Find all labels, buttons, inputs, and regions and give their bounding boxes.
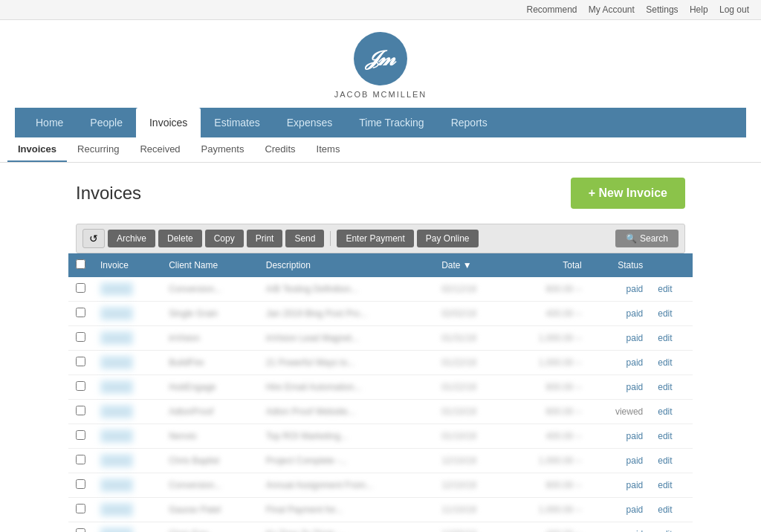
status-cell: paid [589,473,651,498]
client-name-cell: BuildFire [161,351,259,375]
subnav-invoices[interactable]: Invoices [7,137,67,162]
row-checkbox[interactable] [76,455,85,464]
status-cell: viewed [589,400,651,424]
edit-cell: edit [650,498,693,522]
invoice-number-link[interactable]: -------- [100,282,133,296]
subnav-payments[interactable]: Payments [191,137,255,162]
table-body: -------- Conversion... A/B Testing Defin… [68,277,693,532]
col-date[interactable]: Date ▼ [434,253,505,277]
status-badge: paid [626,505,644,515]
edit-link[interactable]: edit [658,308,672,319]
row-checkbox[interactable] [76,406,85,415]
my-account-link[interactable]: My Account [589,4,635,15]
status-cell: paid [589,277,651,302]
row-checkbox[interactable] [76,528,85,532]
row-checkbox[interactable] [76,283,85,293]
invoice-number-link[interactable]: -------- [100,405,133,418]
total-cell: 800.00 -- [505,473,589,498]
client-name-cell: Chris Baptist [161,449,259,473]
subnav-received[interactable]: Received [129,137,190,162]
delete-button[interactable]: Delete [158,230,202,247]
client-name-cell: AdtonProof [161,400,259,424]
subnav-recurring[interactable]: Recurring [67,137,129,162]
edit-link[interactable]: edit [658,431,672,441]
status-cell: paid [589,326,651,351]
table-row: -------- Gaurav Patel Final Payment for.… [68,498,693,522]
invoice-number-cell: -------- [93,449,161,473]
edit-link[interactable]: edit [658,406,672,417]
edit-link[interactable]: edit [658,505,672,515]
client-name-cell: Chris Egg [161,522,259,533]
row-checkbox[interactable] [76,504,85,513]
total-cell: 400.00 -- [505,522,589,533]
logout-link[interactable]: Log out [719,4,749,15]
edit-cell: edit [650,449,693,473]
company-name: JACOB MCMILLEN [334,90,427,99]
archive-button[interactable]: Archive [108,230,155,247]
edit-cell: edit [650,473,693,498]
invoice-number-link[interactable]: -------- [100,356,133,369]
edit-link[interactable]: edit [658,357,672,368]
print-button[interactable]: Print [247,230,283,247]
recommend-link[interactable]: Recommend [526,4,577,15]
enter-payment-button[interactable]: Enter Payment [337,230,413,247]
client-name-cell: Nenvio [161,424,259,449]
logo-area: 𝒥𝓂 JACOB MCMILLEN [15,32,746,99]
table-header: Invoice Client Name Description Date ▼ T… [68,253,693,277]
status-badge: paid [626,480,644,490]
row-checkbox[interactable] [76,308,85,317]
invoice-number-link[interactable]: -------- [100,331,133,345]
nav-estimates[interactable]: Estimates [201,108,273,137]
invoice-number-link[interactable]: -------- [100,380,133,394]
nav-reports[interactable]: Reports [438,108,501,137]
date-cell: 01/31/18 [434,326,505,351]
invoice-number-link[interactable]: -------- [100,528,133,532]
invoice-number-link[interactable]: -------- [100,503,133,516]
row-checkbox[interactable] [76,430,85,440]
subnav-credits[interactable]: Credits [254,137,305,162]
edit-cell: edit [650,400,693,424]
invoice-number-link[interactable]: -------- [100,307,133,320]
subnav-items[interactable]: Items [306,137,351,162]
total-cell: 1,000.00 -- [505,351,589,375]
nav-expenses[interactable]: Expenses [273,108,346,137]
send-button[interactable]: Send [285,230,324,247]
edit-link[interactable]: edit [658,480,672,490]
nav-invoices[interactable]: Invoices [136,108,201,137]
refresh-button[interactable]: ↺ [82,229,105,248]
col-actions [650,253,693,277]
invoice-number-link[interactable]: -------- [100,479,133,492]
client-name-cell: Single Grain [161,302,259,326]
status-badge: paid [626,333,644,343]
edit-link[interactable]: edit [658,382,672,392]
row-checkbox[interactable] [76,479,85,489]
new-invoice-button[interactable]: + New Invoice [571,178,685,209]
table-row: -------- HubEngage Hire Email Automation… [68,375,693,400]
select-all-checkbox[interactable] [76,259,85,269]
row-checkbox[interactable] [76,381,85,391]
invoice-number-link[interactable]: -------- [100,454,133,467]
edit-link[interactable]: edit [658,284,672,294]
description-cell: Jan 2019 Blog Post Pro... [259,302,434,326]
status-cell: paid [589,449,651,473]
copy-button[interactable]: Copy [205,230,244,247]
col-invoice: Invoice [93,253,161,277]
row-checkbox[interactable] [76,332,85,342]
nav-time-tracking[interactable]: Time Tracking [346,108,437,137]
row-checkbox[interactable] [76,357,85,366]
nav-people[interactable]: People [77,108,136,137]
settings-link[interactable]: Settings [646,4,678,15]
edit-cell: edit [650,326,693,351]
nav-home[interactable]: Home [22,108,77,137]
edit-link[interactable]: edit [658,455,672,466]
search-button[interactable]: 🔍 Search [615,230,679,247]
row-checkbox-cell [68,473,93,498]
client-name-cell: Gaurav Patel [161,498,259,522]
row-checkbox-cell [68,277,93,302]
edit-link[interactable]: edit [658,529,672,532]
total-cell: 1,000.00 -- [505,326,589,351]
pay-online-button[interactable]: Pay Online [417,230,479,247]
help-link[interactable]: Help [690,4,708,15]
invoice-number-link[interactable]: -------- [100,429,133,443]
edit-link[interactable]: edit [658,333,672,343]
